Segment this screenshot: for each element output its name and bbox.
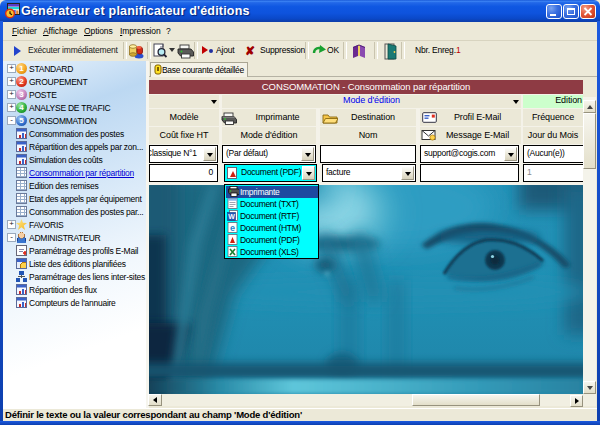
svg-text:W: W bbox=[228, 213, 235, 220]
svg-text:e: e bbox=[230, 223, 235, 233]
